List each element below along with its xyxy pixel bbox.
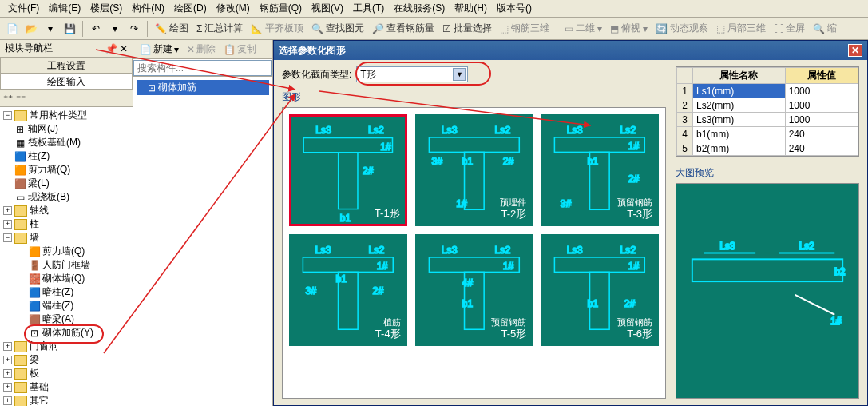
tree-group[interactable]: 门窗洞 [30, 340, 58, 353]
prop-name[interactable]: b2(mm) [693, 141, 786, 156]
find-rebar-tool[interactable]: 🔎 查看钢筋量 [369, 22, 438, 35]
tree-item[interactable]: 现浇板(B) [28, 190, 69, 204]
prop-value[interactable]: 240 [785, 141, 858, 156]
prop-value[interactable]: 240 [785, 127, 858, 141]
menu-file[interactable]: 文件(F) [3, 0, 44, 17]
tree-group[interactable]: 梁 [30, 353, 39, 367]
menu-modify[interactable]: 修改(M) [212, 0, 255, 17]
find-graphic-tool[interactable]: 🔍 查找图元 [308, 22, 367, 35]
tree-item[interactable]: 梁(L) [28, 177, 50, 190]
expander-icon[interactable]: + [3, 383, 12, 392]
tree-item[interactable]: 剪力墙(Q) [42, 245, 85, 258]
expand-icon[interactable]: ⁺⁺ [3, 93, 13, 104]
menu-floor[interactable]: 楼层(S) [85, 0, 127, 17]
expander-icon[interactable]: + [3, 369, 12, 378]
expander-icon[interactable]: − [3, 233, 12, 242]
dropdown-arrow-icon[interactable]: ▾ [42, 20, 59, 38]
batch-select-tool[interactable]: ☑ 批量选择 [439, 22, 495, 35]
component-list[interactable]: ⊡ 砌体加筋 [133, 77, 272, 406]
tree-item[interactable]: 端柱(Z) [42, 299, 73, 312]
open-icon[interactable]: 📂 [22, 20, 40, 38]
tree-item[interactable]: 柱(Z) [28, 149, 50, 163]
pin-icon[interactable]: 📌 ✕ [105, 43, 128, 54]
tree-group[interactable]: 其它 [30, 394, 49, 406]
tree-group[interactable]: 板 [30, 367, 39, 380]
tab-project-settings[interactable]: 工程设置 [0, 58, 133, 74]
save-icon[interactable]: 💾 [61, 20, 78, 38]
shape-card-t4[interactable]: Ls3Ls21#3#b12# T-4形 植筋 [289, 234, 407, 346]
tree-group[interactable]: 柱 [30, 217, 39, 231]
shape-card-t1[interactable]: Ls3Ls21#2#b1 T-1形 [289, 114, 407, 226]
tree-item-selected[interactable]: 砌体加筋(Y) [42, 326, 93, 340]
undo-icon[interactable]: ↶ [87, 20, 105, 38]
shape-card-t5[interactable]: Ls3Ls21#4#b1 T-5形 预留钢筋 [415, 234, 533, 346]
chevron-down-icon[interactable]: ▼ [453, 68, 466, 81]
menu-online[interactable]: 在线服务(S) [389, 0, 450, 17]
expander-icon[interactable]: + [3, 342, 12, 351]
close-icon[interactable]: ✕ [848, 44, 862, 57]
new-file-icon[interactable]: 📄 [3, 20, 21, 38]
property-table[interactable]: 属性名称属性值 1Ls1(mm)1000 2Ls2(mm)1000 3Ls3(m… [676, 66, 859, 157]
prop-value[interactable]: 1000 [785, 113, 858, 127]
sum-tool[interactable]: Σ 汇总计算 [193, 22, 246, 35]
tree-item[interactable]: 筏板基础(M) [28, 136, 81, 149]
menu-rebar[interactable]: 钢筋量(Q) [255, 0, 307, 17]
tree-root[interactable]: 常用构件类型 [30, 109, 87, 122]
dropdown-arrow-icon[interactable]: ▾ [106, 20, 124, 38]
col-name: 属性名称 [693, 68, 786, 84]
tree-group[interactable]: 基础 [30, 380, 49, 394]
component-list-panel: 📄 新建 ▾ ✕ 删除 📋 复制 ⊡ 砌体加筋 [133, 40, 273, 406]
tree-item[interactable]: 暗柱(Z) [42, 285, 73, 299]
fullscreen-tool[interactable]: ⛶ 全屏 [771, 22, 808, 35]
prop-name[interactable]: Ls2(mm) [693, 98, 786, 113]
draw-tool[interactable]: ✏️ 绘图 [152, 22, 192, 35]
rebar-3d-tool[interactable]: ⬚ 钢筋三维 [497, 22, 553, 35]
svg-text:1#: 1# [456, 198, 467, 209]
expander-icon[interactable]: − [3, 111, 12, 120]
tree-item[interactable]: 人防门框墙 [42, 258, 90, 272]
expander-icon[interactable]: + [3, 356, 12, 364]
list-item[interactable]: ⊡ 砌体加筋 [137, 80, 269, 95]
zoom-tool[interactable]: 🔍 缩 [810, 22, 840, 35]
tree-item[interactable]: 剪力墙(Q) [28, 163, 70, 177]
tree-group[interactable]: 墙 [30, 231, 39, 245]
menu-edit[interactable]: 编辑(E) [44, 0, 85, 17]
redo-icon[interactable]: ↷ [125, 20, 143, 38]
tree-item[interactable]: 轴网(J) [28, 122, 58, 136]
prop-value[interactable]: 1000 [785, 84, 858, 98]
prop-name[interactable]: Ls3(mm) [693, 113, 786, 127]
dynamic-view-tool[interactable]: 🔄 动态观察 [652, 22, 711, 35]
prop-name[interactable]: Ls1(mm) [693, 84, 786, 98]
menu-help[interactable]: 帮助(H) [450, 0, 492, 17]
menu-component[interactable]: 构件(N) [127, 0, 169, 17]
menu-version[interactable]: 版本号() [492, 0, 537, 17]
prop-value[interactable]: 1000 [785, 98, 858, 113]
expander-icon[interactable]: + [3, 220, 12, 229]
select-parametric-dialog: 选择参数化图形 ✕ 参数化截面类型: T形 ▼ 图形 [273, 40, 868, 406]
tree-item[interactable]: 暗梁(A) [42, 312, 74, 326]
shape-card-t2[interactable]: Ls3Ls23#b12#1# T-2形 预埋件 [415, 114, 533, 226]
expander-icon[interactable]: + [3, 396, 12, 405]
top-view-tool[interactable]: ⬒ 俯视 ▾ [607, 22, 651, 35]
section-type-combo[interactable]: T形 ▼ [356, 66, 468, 82]
flat-tool[interactable]: 📐 平齐板顶 [248, 22, 307, 35]
local-3d-tool[interactable]: ⬚ 局部三维 [713, 22, 769, 35]
two-d-tool[interactable]: ▭ 二维 ▾ [561, 22, 605, 35]
collapse-icon[interactable]: ⁻⁻ [16, 93, 26, 104]
tab-draw-input[interactable]: 绘图输入 [0, 74, 133, 90]
shape-card-t3[interactable]: Ls3Ls21#b12#3# T-3形 预留钢筋 [541, 114, 659, 226]
menu-draw[interactable]: 绘图(D) [169, 0, 212, 17]
delete-button[interactable]: ✕ 删除 [184, 42, 219, 57]
search-input[interactable] [133, 60, 272, 76]
tree-group[interactable]: 轴线 [30, 204, 49, 217]
new-button[interactable]: 📄 新建 ▾ [137, 42, 182, 57]
tree-item[interactable]: 砌体墙(Q) [42, 272, 85, 285]
prop-name[interactable]: b1(mm) [693, 127, 786, 141]
expander-icon[interactable]: + [3, 206, 12, 215]
component-tree[interactable]: −常用构件类型 ⊞轴网(J) ▦筏板基础(M) 🟦柱(Z) 🟧剪力墙(Q) 🟫梁… [0, 107, 133, 406]
shape-card-t6[interactable]: Ls3Ls21#b12# T-6形 预留钢筋 [541, 234, 659, 346]
menu-tool[interactable]: 工具(T) [348, 0, 389, 17]
menu-view[interactable]: 视图(V) [307, 0, 348, 17]
copy-button[interactable]: 📋 复制 [220, 42, 260, 57]
folder-icon [14, 219, 27, 230]
